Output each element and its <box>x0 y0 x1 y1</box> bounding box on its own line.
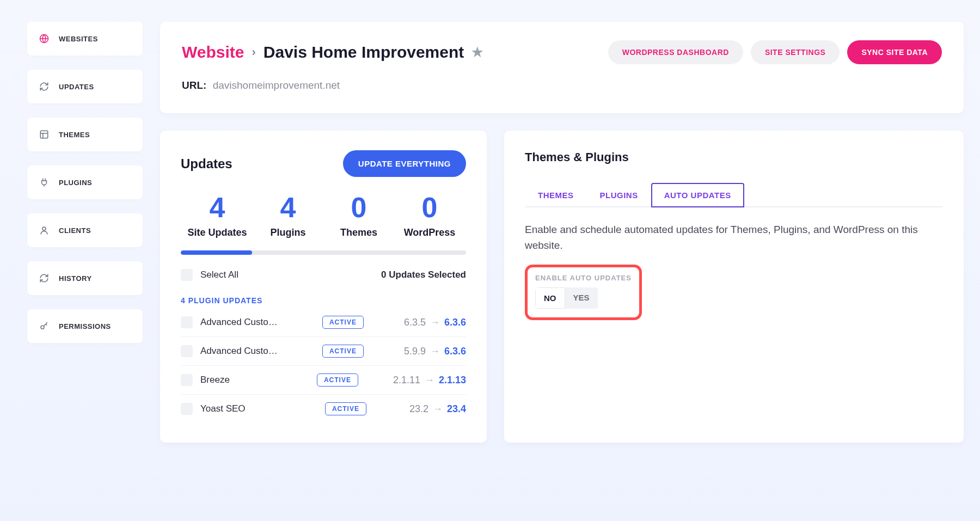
plugin-checkbox[interactable] <box>181 374 193 386</box>
plugin-name: Yoast SEO <box>200 403 282 414</box>
sidebar: WEBSITES UPDATES THEMES PLUGINS CLIENTS <box>27 22 143 443</box>
svg-rect-1 <box>40 131 48 138</box>
active-badge: ACTIVE <box>317 373 358 387</box>
sidebar-label: HISTORY <box>59 274 92 283</box>
star-icon[interactable]: ★ <box>471 45 483 60</box>
select-all-label[interactable]: Select All <box>200 269 238 280</box>
tab-auto-updates[interactable]: AUTO UPDATES <box>651 183 744 207</box>
sidebar-label: UPDATES <box>59 83 94 91</box>
tabs: THEMES PLUGINS AUTO UPDATES <box>525 182 943 207</box>
version-old: 2.1.11 <box>393 375 420 386</box>
breadcrumb-root[interactable]: Website <box>182 43 244 62</box>
enable-auto-updates-highlight: ENABLE AUTO UPDATES NO YES <box>525 265 642 320</box>
layout-icon <box>39 130 49 139</box>
version-new: 6.3.6 <box>444 346 466 357</box>
plugin-checkbox[interactable] <box>181 403 193 415</box>
plug-icon <box>39 177 49 187</box>
stat-wordpress: 0 WordPress <box>394 193 465 238</box>
version-old: 6.3.5 <box>404 317 426 328</box>
version-old: 5.9.9 <box>404 346 426 357</box>
sidebar-item-themes[interactable]: THEMES <box>27 118 143 151</box>
url-row: URL: davishomeimprovement.net <box>182 79 942 91</box>
version-old: 23.2 <box>409 403 428 415</box>
version-new: 23.4 <box>447 403 466 415</box>
active-badge: ACTIVE <box>322 345 364 358</box>
plugin-row[interactable]: Breeze ACTIVE 2.1.11 → 2.1.13 <box>181 366 466 395</box>
plugin-row[interactable]: Advanced Custo… ACTIVE 5.9.9 → 6.3.6 <box>181 337 466 366</box>
progress-bar <box>181 250 466 255</box>
auto-updates-description: Enable and schedule automated updates fo… <box>525 222 943 254</box>
header-card: Website › Davis Home Improvement ★ WORDP… <box>160 22 964 113</box>
header-actions: WORDPRESS DASHBOARD SITE SETTINGS SYNC S… <box>608 40 942 64</box>
active-badge: ACTIVE <box>322 316 364 329</box>
plugin-row[interactable]: Yoast SEO ACTIVE 23.2 → 23.4 <box>181 395 466 423</box>
arrow-right-icon: → <box>430 346 440 357</box>
select-all-checkbox[interactable] <box>181 269 193 281</box>
refresh-icon <box>39 82 49 91</box>
version-new: 6.3.6 <box>444 317 466 328</box>
url-value[interactable]: davishomeimprovement.net <box>213 79 340 91</box>
enable-auto-updates-label: ENABLE AUTO UPDATES <box>535 274 632 282</box>
plugin-checkbox[interactable] <box>181 345 193 357</box>
sidebar-item-updates[interactable]: UPDATES <box>27 70 143 103</box>
version-new: 2.1.13 <box>439 375 466 386</box>
tab-plugins[interactable]: PLUGINS <box>587 183 651 207</box>
plugin-checkbox[interactable] <box>181 316 193 328</box>
breadcrumb-current: Davis Home Improvement <box>264 43 464 62</box>
wordpress-dashboard-button[interactable]: WORDPRESS DASHBOARD <box>608 40 743 64</box>
sidebar-item-plugins[interactable]: PLUGINS <box>27 166 143 199</box>
progress-fill <box>181 250 252 255</box>
stat-site-updates: 4 Site Updates <box>182 193 253 238</box>
svg-point-2 <box>42 227 46 230</box>
plugin-name: Advanced Custo… <box>200 346 282 357</box>
sidebar-label: CLIENTS <box>59 226 91 235</box>
active-badge: ACTIVE <box>325 402 366 415</box>
site-settings-button[interactable]: SITE SETTINGS <box>751 40 840 64</box>
update-everything-button[interactable]: UPDATE EVERYTHING <box>343 150 466 177</box>
sidebar-label: THEMES <box>59 131 90 139</box>
sidebar-item-history[interactable]: HISTORY <box>27 261 143 295</box>
sidebar-label: PLUGINS <box>59 179 92 187</box>
breadcrumb: Website › Davis Home Improvement ★ <box>182 43 483 62</box>
plugin-updates-heading: 4 PLUGIN UPDATES <box>181 296 466 305</box>
arrow-right-icon: → <box>433 403 443 415</box>
arrow-right-icon: → <box>430 317 440 328</box>
updates-title: Updates <box>181 156 232 171</box>
plugin-name: Advanced Custo… <box>200 317 282 328</box>
user-icon <box>39 225 49 235</box>
key-icon <box>39 321 49 331</box>
stat-themes: 0 Themes <box>323 193 394 238</box>
toggle-yes[interactable]: YES <box>565 287 598 309</box>
sync-site-data-button[interactable]: SYNC SITE DATA <box>847 40 942 64</box>
refresh-icon <box>39 273 49 283</box>
themes-plugins-title: Themes & Plugins <box>525 150 943 164</box>
url-label: URL: <box>182 79 206 91</box>
sidebar-label: PERMISSIONS <box>59 322 111 330</box>
globe-icon <box>39 34 49 44</box>
chevron-right-icon: › <box>252 45 255 59</box>
tab-themes[interactable]: THEMES <box>525 183 587 207</box>
arrow-right-icon: → <box>425 375 434 386</box>
toggle-no[interactable]: NO <box>535 287 565 309</box>
svg-point-3 <box>41 326 44 329</box>
plugin-name: Breeze <box>200 375 282 385</box>
updates-card: Updates UPDATE EVERYTHING 4 Site Updates… <box>160 131 487 443</box>
sidebar-label: WEBSITES <box>59 35 98 43</box>
themes-plugins-card: Themes & Plugins THEMES PLUGINS AUTO UPD… <box>504 131 964 443</box>
updates-selected-count: 0 Updates Selected <box>381 269 466 280</box>
sidebar-item-clients[interactable]: CLIENTS <box>27 213 143 247</box>
sidebar-item-permissions[interactable]: PERMISSIONS <box>27 309 143 343</box>
sidebar-item-websites[interactable]: WEBSITES <box>27 22 143 56</box>
stat-plugins: 4 Plugins <box>253 193 323 238</box>
auto-updates-toggle: NO YES <box>535 287 599 309</box>
plugin-row[interactable]: Advanced Custo… ACTIVE 6.3.5 → 6.3.6 <box>181 308 466 337</box>
